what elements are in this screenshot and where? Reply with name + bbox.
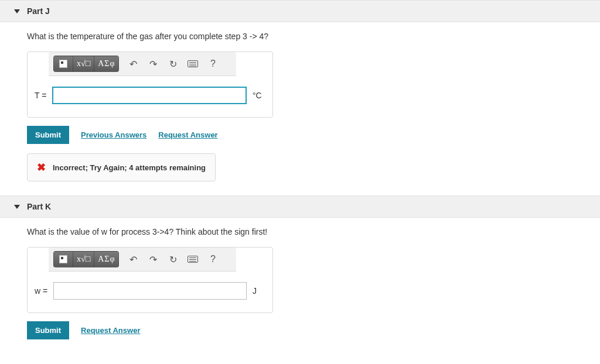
incorrect-icon: ✖ <box>37 161 46 174</box>
greek-icon: ΑΣφ <box>98 59 115 68</box>
templates-button[interactable] <box>53 56 73 72</box>
caret-down-icon <box>14 205 20 209</box>
submit-button[interactable]: Submit <box>27 321 69 339</box>
unit-label: J <box>253 286 265 296</box>
caret-down-icon <box>14 9 20 13</box>
equation-toolbar: x√□ ΑΣφ ↶ ↷ ↻ ? <box>49 248 236 272</box>
part-title: Part K <box>27 202 51 211</box>
previous-answers-link[interactable]: Previous Answers <box>81 131 146 139</box>
question-text: What is the temperature of the gas after… <box>27 32 600 41</box>
keyboard-icon <box>188 256 198 263</box>
sqrt-icon: x√□ <box>77 255 90 264</box>
submit-button[interactable]: Submit <box>27 126 69 144</box>
redo-icon: ↷ <box>149 59 157 70</box>
part-body-k: What is the value of w for process 3->4?… <box>0 218 600 363</box>
undo-button[interactable]: ↶ <box>124 56 142 72</box>
keyboard-button[interactable] <box>183 56 202 72</box>
answer-input[interactable] <box>52 87 247 104</box>
reset-icon: ↻ <box>169 254 177 265</box>
sqrt-button[interactable]: x√□ <box>73 251 94 267</box>
greek-icon: ΑΣφ <box>98 255 115 264</box>
part-header-j[interactable]: Part J <box>0 0 600 22</box>
reset-button[interactable]: ↻ <box>163 251 182 267</box>
redo-button[interactable]: ↷ <box>144 56 162 72</box>
undo-button[interactable]: ↶ <box>124 251 142 267</box>
help-icon: ? <box>210 254 216 265</box>
answer-box: x√□ ΑΣφ ↶ ↷ ↻ ? T = °C <box>27 51 273 118</box>
question-text: What is the value of w for process 3->4?… <box>27 227 600 236</box>
input-row: T = °C <box>28 76 272 117</box>
greek-button[interactable]: ΑΣφ <box>94 251 119 267</box>
input-row: w = J <box>28 272 272 313</box>
undo-icon: ↶ <box>129 59 137 70</box>
templates-icon <box>59 255 67 263</box>
help-button[interactable]: ? <box>203 251 222 267</box>
part-title: Part J <box>27 6 50 16</box>
request-answer-link[interactable]: Request Answer <box>158 131 217 139</box>
templates-button[interactable] <box>53 251 73 267</box>
sqrt-icon: x√□ <box>77 59 90 68</box>
toolbar-group-actions: ↶ ↷ ↻ ? <box>124 251 222 267</box>
keyboard-icon <box>188 60 198 67</box>
reset-button[interactable]: ↻ <box>163 56 182 72</box>
reset-icon: ↻ <box>169 59 177 70</box>
templates-icon <box>59 60 67 68</box>
keyboard-button[interactable] <box>183 251 202 267</box>
answer-box: x√□ ΑΣφ ↶ ↷ ↻ ? w = J <box>27 247 273 313</box>
feedback-text: Incorrect; Try Again; 4 attempts remaini… <box>53 163 206 172</box>
unit-label: °C <box>253 91 265 100</box>
toolbar-group-actions: ↶ ↷ ↻ ? <box>124 56 222 72</box>
toolbar-group-templates: x√□ ΑΣφ <box>53 251 119 267</box>
part-body-j: What is the temperature of the gas after… <box>0 22 600 195</box>
greek-button[interactable]: ΑΣφ <box>94 56 119 72</box>
redo-button[interactable]: ↷ <box>144 251 162 267</box>
part-header-k[interactable]: Part K <box>0 195 600 218</box>
redo-icon: ↷ <box>149 254 157 265</box>
request-answer-link[interactable]: Request Answer <box>81 326 140 335</box>
variable-label: T = <box>35 91 46 100</box>
answer-input[interactable] <box>53 282 247 300</box>
undo-icon: ↶ <box>129 254 137 265</box>
sqrt-button[interactable]: x√□ <box>73 56 94 72</box>
help-icon: ? <box>210 59 216 69</box>
toolbar-group-templates: x√□ ΑΣφ <box>53 56 119 72</box>
feedback-box: ✖ Incorrect; Try Again; 4 attempts remai… <box>27 153 216 181</box>
action-row: Submit Previous Answers Request Answer <box>27 126 600 144</box>
action-row: Submit Request Answer <box>27 321 600 339</box>
help-button[interactable]: ? <box>203 56 222 72</box>
equation-toolbar: x√□ ΑΣφ ↶ ↷ ↻ ? <box>49 52 236 76</box>
variable-label: w = <box>35 286 47 296</box>
